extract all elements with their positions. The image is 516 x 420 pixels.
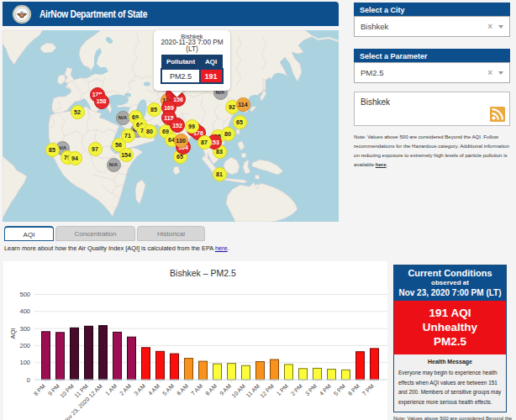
svg-text:3 AM: 3 AM xyxy=(133,383,146,396)
svg-text:11 AM: 11 AM xyxy=(245,383,261,399)
svg-text:7 AM: 7 AM xyxy=(190,383,203,396)
svg-text:5 PM: 5 PM xyxy=(333,383,347,397)
svg-text:1 AM: 1 AM xyxy=(104,383,118,396)
svg-text:6 AM: 6 AM xyxy=(176,383,189,396)
svg-text:7 PM: 7 PM xyxy=(361,383,376,397)
svg-text:400: 400 xyxy=(19,307,30,315)
svg-text:100: 100 xyxy=(19,359,30,366)
svg-text:1 PM: 1 PM xyxy=(276,383,290,397)
svg-text:300: 300 xyxy=(19,325,30,333)
svg-text:5 AM: 5 AM xyxy=(161,383,175,396)
svg-text:8 AM: 8 AM xyxy=(204,383,218,396)
svg-text:4 PM: 4 PM xyxy=(319,383,333,397)
svg-text:500: 500 xyxy=(19,291,30,298)
svg-text:8 PM: 8 PM xyxy=(33,383,47,397)
svg-text:AQI: AQI xyxy=(9,328,17,339)
svg-text:4 AM: 4 AM xyxy=(147,383,161,396)
svg-text:2 AM: 2 AM xyxy=(118,383,132,396)
svg-text:0: 0 xyxy=(27,376,30,384)
svg-text:3 PM: 3 PM xyxy=(304,383,319,397)
svg-text:12 PM: 12 PM xyxy=(259,383,275,399)
svg-text:6 PM: 6 PM xyxy=(347,383,361,397)
svg-text:10 AM: 10 AM xyxy=(230,383,246,399)
svg-text:200: 200 xyxy=(19,342,30,349)
svg-text:2 PM: 2 PM xyxy=(290,383,304,397)
svg-text:10 PM: 10 PM xyxy=(59,383,75,399)
